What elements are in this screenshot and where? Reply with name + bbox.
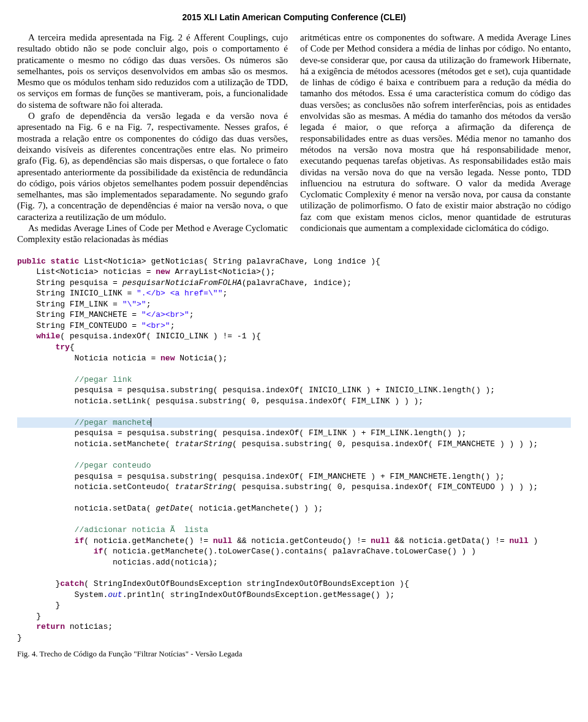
code-text: Noticia noticia = [17,354,160,363]
code-keyword: if [17,536,84,545]
figure-caption: Fig. 4. Trecho de Código da Função "Filt… [17,649,571,659]
code-keyword: public static [17,257,79,266]
code-text: noticias.add(noticia); [17,558,218,567]
conference-header: 2015 XLI Latin American Computing Confer… [17,12,571,22]
code-text: (palavraChave, indice); [242,278,352,287]
code-keyword: new [160,354,175,363]
code-func: pesquisarNoticiaFromFOLHA [123,278,242,287]
code-text: String pesquisa = [17,278,123,287]
code-text: String INICIO_LINK = [17,289,137,298]
code-text: pesquisa = pesquisa.substring( pesquisa.… [17,472,505,481]
code-text: ( pesquisa.indexOf( INICIO_LINK ) != -1 … [60,332,261,341]
code-text: String FIM_CONTEUDO = [17,321,141,330]
code-text: && noticia.getData() != [390,536,510,545]
code-text: ; [222,289,227,298]
code-text: noticia.setConteudo( [17,482,175,492]
code-text: System. [17,590,108,599]
code-keyword: null [510,536,529,545]
code-func: tratarString [175,439,232,449]
code-text: ; [146,300,151,309]
code-text: } [17,633,22,642]
code-comment: //pegar manchete [17,418,151,427]
code-comment: //pegar link [17,375,132,384]
code-line-highlighted: //pegar manchete [17,417,571,428]
code-func: tratarString [175,482,232,492]
code-text: ( noticia.getManchete() != [84,536,213,545]
paragraph: As medidas Average Lines of Code per Met… [17,222,288,245]
code-text: && noticia.getConteudo() != [232,536,371,545]
code-text: .println( stringIndexOutOfBoundsExceptio… [123,590,395,599]
code-text: noticias; [65,622,113,631]
code-text: } [17,579,60,588]
code-text: ; [189,310,194,319]
code-text: ) [529,536,538,545]
code-comment: //adicionar noticia Ã lista [17,525,208,534]
code-keyword: null [371,536,390,545]
code-text: } [17,612,41,621]
code-text: ( pesquisa.substring( 0, pesquisa.indexO… [232,439,538,449]
code-text: pesquisa = pesquisa.substring( pesquisa.… [17,428,466,438]
body-text-columns: A terceira medida apresentada na Fig. 2 … [17,32,571,245]
code-keyword: return [17,622,65,631]
code-keyword: null [213,536,232,545]
paragraph: aritméticas entre os componentes do soft… [300,32,571,234]
code-text: noticia.setData( [17,504,156,513]
code-listing: public static List<Noticia> getNoticias(… [17,256,571,644]
code-string: "</a><br>" [141,310,189,319]
code-string: ".</b> <a href=\"" [137,289,222,298]
code-text: ( noticia.getManchete().toLowerCase().co… [103,547,476,556]
text-cursor-icon [151,418,151,427]
code-text: noticia.setManchete( [17,439,175,449]
code-keyword: if [17,547,103,556]
code-keyword: try [17,343,70,352]
code-keyword: while [17,332,60,341]
code-string: "<br>" [141,321,170,330]
code-static: out [108,590,122,599]
code-text: ; [170,321,175,330]
paragraph: A terceira medida apresentada na Fig. 2 … [17,32,288,110]
code-text: String FIM_MANCHETE = [17,310,141,319]
paragraph: O grafo de dependência da versão legada … [17,110,288,222]
code-text: } [17,601,60,610]
code-text: String FIM_LINK = [17,300,123,309]
code-comment: //pegar conteudo [17,461,151,470]
code-text: ( StringIndexOutOfBoundsException string… [84,579,409,588]
code-text: { [70,343,75,352]
code-text: ( noticia.getManchete() ) ); [189,504,323,513]
code-text: noticia.setLink( pesquisa.substring( 0, … [17,397,423,406]
code-keyword: catch [60,579,84,588]
code-text: pesquisa = pesquisa.substring( pesquisa.… [17,386,495,395]
code-string: "\">" [123,300,146,309]
code-text: List<Noticia> getNoticias( String palavr… [79,257,380,266]
code-keyword: new [156,267,170,276]
code-text: ( pesquisa.substring( 0, pesquisa.indexO… [232,482,538,492]
code-text: ArrayList<Noticia>(); [170,267,276,276]
code-text: Noticia(); [175,354,227,363]
code-text: List<Noticia> noticias = [17,267,156,276]
code-func: getDate [156,504,189,513]
